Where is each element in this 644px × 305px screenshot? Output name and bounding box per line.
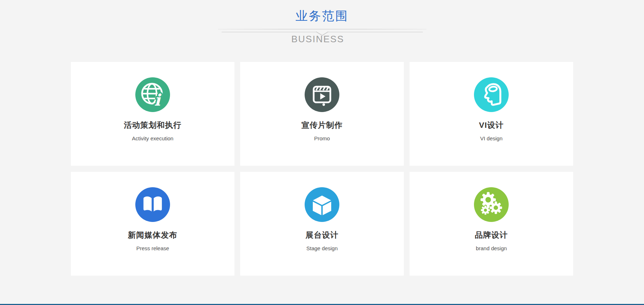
card-title: 宣传片制作 bbox=[240, 121, 404, 130]
cube-icon bbox=[305, 187, 339, 222]
card-subtitle: Stage design bbox=[240, 245, 404, 252]
service-card-promo[interactable]: 宣传片制作 Promo bbox=[240, 62, 404, 166]
globe-info-icon: i bbox=[135, 77, 170, 112]
card-title: 活动策划和执行 bbox=[71, 121, 234, 130]
card-subtitle: brand design bbox=[410, 245, 573, 252]
card-subtitle: Activity execution bbox=[71, 135, 234, 142]
divider-line bbox=[218, 29, 426, 29]
card-subtitle: Promo bbox=[240, 135, 404, 142]
service-card-press[interactable]: 新闻媒体发布 Press release bbox=[71, 172, 234, 276]
card-subtitle: Press release bbox=[71, 245, 234, 252]
card-title: VI设计 bbox=[410, 121, 573, 130]
section-subtitle: BUSINESS bbox=[0, 33, 640, 45]
service-card-brand[interactable]: 品牌设计 brand design bbox=[410, 172, 573, 276]
service-card-vi-design[interactable]: VI设计 VI design bbox=[410, 62, 573, 166]
clapperboard-play-icon bbox=[305, 77, 339, 112]
section-header: 业务范围 BUSINESS bbox=[0, 0, 644, 62]
open-book-icon bbox=[135, 187, 170, 222]
service-card-activity[interactable]: i 活动策划和执行 Activity execution bbox=[71, 62, 234, 166]
service-card-stage[interactable]: 展台设计 Stage design bbox=[240, 172, 404, 276]
card-title: 展台设计 bbox=[240, 231, 404, 240]
head-profile-icon bbox=[474, 77, 509, 112]
service-cards-grid: i 活动策划和执行 Activity execution 宣 bbox=[71, 62, 573, 276]
card-title: 品牌设计 bbox=[410, 231, 573, 240]
card-subtitle: VI design bbox=[410, 135, 573, 142]
gears-icon bbox=[474, 187, 509, 222]
business-section: 业务范围 BUSINESS i bbox=[0, 0, 644, 305]
divider-line bbox=[328, 32, 423, 32]
section-title: 业务范围 bbox=[0, 8, 644, 24]
card-title: 新闻媒体发布 bbox=[71, 231, 234, 240]
divider-line bbox=[222, 32, 316, 32]
